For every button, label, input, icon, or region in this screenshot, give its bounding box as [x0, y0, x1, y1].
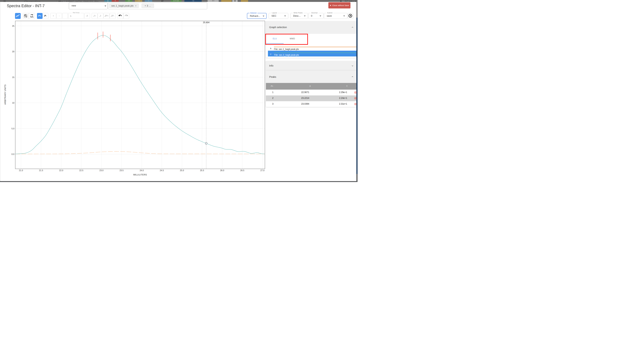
svg-text:5.0: 5.0: [12, 128, 14, 130]
svg-text:25.5: 25.5: [200, 169, 204, 172]
svg-text:25: 25: [12, 25, 14, 27]
svg-text:26.0: 26.0: [220, 169, 224, 172]
svg-text:20: 20: [12, 50, 14, 53]
svg-text:MILLILITERS: MILLILITERS: [133, 174, 147, 176]
svg-text:23.5: 23.5: [119, 169, 124, 172]
svg-text:27.0: 27.0: [260, 169, 264, 172]
svg-text:23.0: 23.0: [99, 169, 103, 172]
svg-text:0.0: 0.0: [12, 153, 14, 155]
svg-text:15: 15: [12, 76, 14, 78]
svg-text:10: 10: [12, 102, 14, 104]
svg-text:ARBITRARY UNITS: ARBITRARY UNITS: [4, 84, 7, 104]
svg-text:24.5: 24.5: [160, 169, 164, 172]
svg-text:21.5: 21.5: [39, 169, 43, 172]
svg-text:24.0: 24.0: [140, 169, 144, 172]
svg-text:25.604: 25.604: [203, 21, 209, 24]
svg-text:25.0: 25.0: [180, 169, 184, 172]
svg-text:26.5: 26.5: [240, 169, 244, 172]
svg-text:22.0: 22.0: [59, 169, 63, 172]
svg-text:22.5: 22.5: [79, 169, 83, 172]
svg-text:21.0: 21.0: [19, 169, 23, 172]
